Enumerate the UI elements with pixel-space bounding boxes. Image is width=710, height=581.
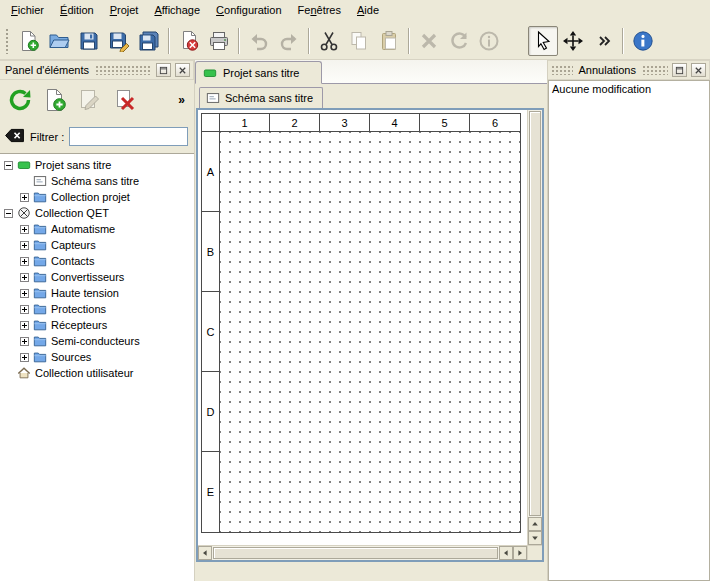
new-element-button[interactable]: [40, 85, 70, 115]
close-panel-button[interactable]: [691, 63, 706, 77]
tree-item[interactable]: Automatisme: [0, 221, 194, 237]
grid-row-headers: ABCDE: [202, 132, 220, 532]
undo-panel-titlebar[interactable]: Annulations: [548, 60, 710, 80]
home-icon: [17, 366, 31, 380]
edit-element-button[interactable]: [75, 85, 105, 115]
project-page: Schéma sans titre 123456 ABCDE: [195, 84, 547, 581]
rotate-selection-button[interactable]: [444, 26, 474, 56]
paste-button[interactable]: [374, 26, 404, 56]
collapse-icon[interactable]: [4, 161, 13, 170]
folder-icon: [33, 302, 47, 316]
tab-project[interactable]: Projet sans titre: [195, 61, 322, 84]
open-project-button[interactable]: [44, 26, 74, 56]
copy-button[interactable]: [344, 26, 374, 56]
tree-item[interactable]: Récepteurs: [0, 317, 194, 333]
scroll-down-button[interactable]: [528, 531, 542, 545]
expand-icon[interactable]: [20, 337, 29, 346]
tree-item-label: Contacts: [51, 255, 94, 267]
horizontal-scrollbar[interactable]: [198, 545, 527, 560]
tree-item[interactable]: Schéma sans titre: [0, 173, 194, 189]
tab-schema-label: Schéma sans titre: [225, 92, 313, 104]
toolbar-overflow-button[interactable]: [588, 26, 618, 56]
tree-item[interactable]: Semi-conducteurs: [0, 333, 194, 349]
expand-icon[interactable]: [20, 241, 29, 250]
tab-schema[interactable]: Schéma sans titre: [199, 87, 323, 108]
tree-item-label: Haute tension: [51, 287, 119, 299]
cut-button[interactable]: [314, 26, 344, 56]
tree-item[interactable]: Haute tension: [0, 285, 194, 301]
elements-panel-titlebar[interactable]: Panel d'éléments: [0, 60, 194, 80]
expand-icon[interactable]: [20, 225, 29, 234]
scroll-mode-button[interactable]: [558, 26, 588, 56]
tree-item[interactable]: Protections: [0, 301, 194, 317]
reload-collections-button[interactable]: [5, 85, 35, 115]
float-panel-button[interactable]: [672, 63, 687, 77]
menu-item[interactable]: Édition: [52, 0, 102, 22]
scroll-left-button[interactable]: [198, 546, 212, 560]
grid-column-label: 6: [470, 114, 520, 131]
menu-item[interactable]: Aide: [349, 0, 387, 22]
print-icon: [208, 30, 230, 52]
delete-element-button[interactable]: [110, 85, 140, 115]
tree-item[interactable]: Collection utilisateur: [0, 365, 194, 381]
save-as-button[interactable]: [104, 26, 134, 56]
selection-properties-button[interactable]: [474, 26, 504, 56]
collapse-icon[interactable]: [4, 209, 13, 218]
undo-history-list: Aucune modification: [548, 80, 710, 581]
delete-selection-button[interactable]: [414, 26, 444, 56]
close-project-button[interactable]: [174, 26, 204, 56]
redo-button[interactable]: [274, 26, 304, 56]
expand-icon[interactable]: [20, 193, 29, 202]
save-button[interactable]: [74, 26, 104, 56]
tree-item-label: Convertisseurs: [51, 271, 124, 283]
tree-item[interactable]: Capteurs: [0, 237, 194, 253]
float-panel-button[interactable]: [156, 63, 171, 77]
vertical-scrollbar[interactable]: [527, 110, 542, 545]
tree-item[interactable]: Projet sans titre: [0, 157, 194, 173]
select-mode-button[interactable]: [528, 26, 558, 56]
scroll-left-button[interactable]: [499, 546, 513, 560]
expand-icon[interactable]: [20, 353, 29, 362]
save-all-button[interactable]: [134, 26, 164, 56]
tree-item[interactable]: Collection projet: [0, 189, 194, 205]
undo-button[interactable]: [244, 26, 274, 56]
new-project-button[interactable]: [14, 26, 44, 56]
tree-item[interactable]: Collection QET: [0, 205, 194, 221]
tree-item-label: Collection QET: [35, 207, 109, 219]
vertical-scrollbar-thumb[interactable]: [529, 111, 541, 516]
scroll-right-button[interactable]: [513, 546, 527, 560]
expand-icon[interactable]: [20, 321, 29, 330]
tree-item[interactable]: Convertisseurs: [0, 269, 194, 285]
schema-canvas[interactable]: 123456 ABCDE: [198, 110, 527, 545]
info-blue-icon: [632, 30, 654, 52]
toolbar-handle[interactable]: [5, 28, 10, 54]
tree-item[interactable]: Contacts: [0, 253, 194, 269]
elements-panel-title: Panel d'éléments: [3, 64, 91, 76]
filter-input[interactable]: [69, 127, 188, 146]
filter-label: Filtrer :: [30, 131, 64, 143]
print-button[interactable]: [204, 26, 234, 56]
scrollbar-corner: [527, 545, 542, 560]
expand-icon[interactable]: [20, 273, 29, 282]
tree-item[interactable]: Sources: [0, 349, 194, 365]
close-icon: [178, 66, 187, 75]
menu-item[interactable]: Affichage: [146, 0, 208, 22]
project-icon: [17, 158, 31, 172]
expand-icon[interactable]: [20, 305, 29, 314]
clear-filter-button[interactable]: [4, 128, 25, 145]
menu-item[interactable]: Projet: [102, 0, 147, 22]
close-panel-button[interactable]: [175, 63, 190, 77]
menu-item[interactable]: Fenêtres: [290, 0, 349, 22]
about-qet-button[interactable]: [628, 26, 658, 56]
toolbar-separator: [308, 28, 310, 54]
scroll-up-button[interactable]: [528, 517, 542, 531]
panel-toolbar-overflow[interactable]: »: [174, 93, 189, 107]
menu-item[interactable]: Fichier: [3, 0, 52, 22]
horizontal-scrollbar-thumb[interactable]: [213, 547, 498, 559]
expand-icon[interactable]: [20, 289, 29, 298]
tab-project-label: Projet sans titre: [223, 67, 299, 79]
expand-icon[interactable]: [20, 257, 29, 266]
menu-item[interactable]: Configuration: [208, 0, 289, 22]
folder-icon: [33, 190, 47, 204]
undo-history-item[interactable]: Aucune modification: [549, 81, 709, 97]
